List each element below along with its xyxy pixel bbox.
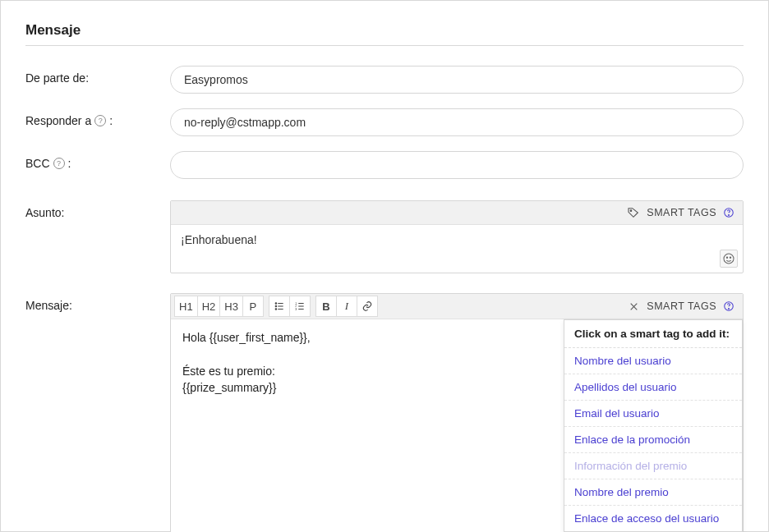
reply-input[interactable] bbox=[170, 108, 744, 136]
smart-tag-item[interactable]: Enlace de acceso del usuario bbox=[564, 506, 742, 531]
editor-body: Hola {{user_first_name}}, Éste es tu pre… bbox=[171, 319, 743, 532]
row-from: De parte de: bbox=[25, 66, 744, 94]
tb-h3[interactable]: H3 bbox=[219, 296, 243, 317]
help-icon[interactable]: ? bbox=[94, 115, 106, 126]
smart-tag-item[interactable]: Enlace de la promoción bbox=[564, 427, 742, 453]
emoji-button[interactable] bbox=[720, 250, 738, 268]
bcc-input[interactable] bbox=[170, 151, 744, 179]
svg-text:3: 3 bbox=[295, 308, 297, 311]
label-subject: Asunto: bbox=[25, 200, 170, 219]
section-title: Mensaje bbox=[25, 22, 744, 46]
label-colon: : bbox=[68, 157, 71, 170]
tag-icon bbox=[627, 206, 640, 219]
label-reply: Responder a ? : bbox=[25, 108, 170, 127]
label-bcc-text: BCC bbox=[25, 157, 50, 170]
svg-point-6 bbox=[275, 303, 277, 305]
tb-bold[interactable]: B bbox=[315, 296, 337, 317]
help-icon[interactable] bbox=[723, 300, 734, 312]
editor-toolbar: H1 H2 H3 P 123 bbox=[171, 294, 743, 319]
label-from: De parte de: bbox=[25, 66, 170, 85]
svg-point-0 bbox=[631, 210, 633, 212]
help-icon[interactable] bbox=[723, 207, 734, 218]
subject-smarttags-bar: SMART TAGS bbox=[171, 201, 743, 225]
label-colon: : bbox=[109, 114, 113, 127]
svg-point-21 bbox=[729, 308, 730, 309]
svg-point-10 bbox=[275, 309, 277, 310]
row-reply: Responder a ? : bbox=[25, 108, 744, 136]
label-reply-text: Responder a bbox=[25, 114, 91, 127]
row-subject: Asunto: SMART TAGS bbox=[25, 200, 744, 273]
page-container: Mensaje De parte de: Responder a ? : BCC… bbox=[0, 0, 769, 532]
row-bcc: BCC ? : bbox=[25, 151, 744, 179]
label-bcc: BCC ? : bbox=[25, 151, 170, 170]
svg-point-8 bbox=[275, 305, 277, 307]
tb-h1[interactable]: H1 bbox=[174, 296, 198, 317]
close-smarttags-icon[interactable] bbox=[627, 300, 640, 313]
smart-tag-item[interactable]: Información del premio bbox=[564, 453, 742, 479]
row-message: Mensaje: H1 H2 H3 P bbox=[25, 293, 744, 532]
tb-ol[interactable]: 123 bbox=[289, 296, 311, 317]
svg-point-2 bbox=[729, 214, 730, 215]
smart-tag-item[interactable]: Nombre del premio bbox=[564, 479, 742, 506]
tb-p[interactable]: P bbox=[242, 296, 264, 317]
smart-tags-panel: Click on a smart tag to add it: Nombre d… bbox=[564, 319, 743, 532]
tb-link[interactable] bbox=[357, 296, 378, 317]
subject-wrap: SMART TAGS bbox=[170, 200, 744, 273]
from-input[interactable] bbox=[170, 66, 744, 94]
subject-input[interactable] bbox=[171, 225, 743, 270]
smart-panel-header: Click on a smart tag to add it: bbox=[564, 320, 742, 348]
tb-italic[interactable]: I bbox=[336, 296, 357, 317]
smart-tag-item[interactable]: Apellidos del usuario bbox=[564, 374, 742, 401]
editor-wrap: H1 H2 H3 P 123 bbox=[170, 293, 744, 532]
smarttags-label[interactable]: SMART TAGS bbox=[647, 207, 716, 218]
tb-h2[interactable]: H2 bbox=[197, 296, 221, 317]
smart-tag-item[interactable]: Email del usuario bbox=[564, 401, 742, 427]
svg-point-4 bbox=[726, 257, 727, 258]
tb-ul[interactable] bbox=[269, 296, 290, 317]
label-message: Mensaje: bbox=[25, 293, 170, 312]
help-icon[interactable]: ? bbox=[53, 158, 65, 169]
svg-point-3 bbox=[724, 254, 734, 264]
svg-point-5 bbox=[730, 257, 730, 258]
smart-tag-item[interactable]: Nombre del usuario bbox=[564, 348, 742, 374]
smarttags-label[interactable]: SMART TAGS bbox=[647, 300, 716, 312]
